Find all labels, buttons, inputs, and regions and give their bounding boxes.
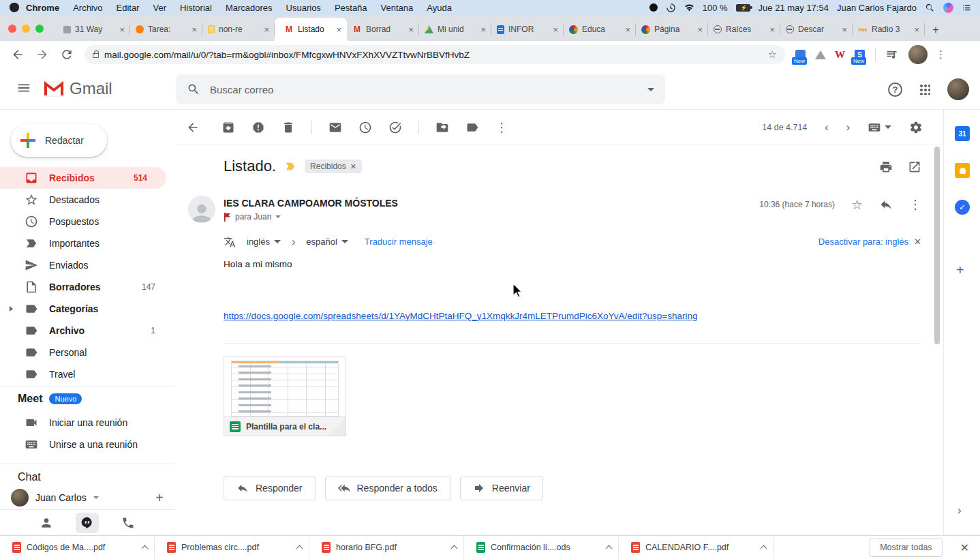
collapse-panel-icon[interactable]: › bbox=[958, 504, 962, 517]
close-downloads-bar-icon[interactable]: ✕ bbox=[960, 541, 969, 554]
back-icon[interactable] bbox=[11, 48, 25, 61]
report-spam-icon[interactable] bbox=[251, 121, 265, 134]
forward-icon[interactable] bbox=[35, 48, 49, 61]
recipient-row[interactable]: para Juan bbox=[224, 212, 281, 222]
close-tab-icon[interactable]: × bbox=[119, 25, 125, 34]
siri-icon[interactable] bbox=[943, 3, 953, 13]
maximize-window-button[interactable] bbox=[35, 25, 44, 33]
scrollbar[interactable] bbox=[934, 147, 940, 344]
close-tab-icon[interactable]: × bbox=[480, 25, 486, 34]
remove-label-icon[interactable]: ✕ bbox=[350, 162, 356, 171]
menu-ver[interactable]: Ver bbox=[146, 3, 173, 13]
snooze-icon[interactable] bbox=[358, 121, 372, 134]
reply-icon[interactable] bbox=[879, 198, 893, 211]
message-more-icon[interactable]: ⋮ bbox=[909, 197, 921, 212]
menu-archivo[interactable]: Archivo bbox=[66, 3, 109, 13]
show-details-icon[interactable] bbox=[275, 215, 281, 218]
menu-chrome[interactable]: Chrome bbox=[19, 3, 66, 13]
download-item[interactable]: CALENDARIO F....pdf bbox=[619, 536, 774, 559]
older-icon[interactable]: › bbox=[846, 121, 850, 134]
download-item[interactable]: horario BFG.pdf bbox=[309, 536, 464, 559]
source-language-select[interactable]: inglés bbox=[243, 234, 285, 250]
back-to-inbox-icon[interactable] bbox=[186, 121, 200, 134]
wifi-icon[interactable] bbox=[684, 3, 694, 13]
phone-tab[interactable] bbox=[117, 513, 140, 533]
translate-message-link[interactable]: Traducir mensaje bbox=[365, 237, 433, 247]
menu-ayuda[interactable]: Ayuda bbox=[420, 3, 459, 13]
sidebar-item-travel[interactable]: Travel bbox=[0, 363, 174, 385]
new-tab-button[interactable]: + bbox=[932, 23, 939, 37]
search-icon[interactable] bbox=[187, 82, 200, 96]
chrome-profile-avatar[interactable] bbox=[908, 45, 928, 64]
search-bar[interactable] bbox=[176, 74, 665, 104]
browser-tab[interactable]: INFOR× bbox=[491, 18, 564, 41]
close-tab-icon[interactable]: × bbox=[842, 25, 847, 34]
browser-tab[interactable]: Raíces× bbox=[708, 18, 780, 41]
screen-record-icon[interactable] bbox=[649, 3, 658, 12]
close-tab-icon[interactable]: × bbox=[769, 25, 775, 34]
delete-icon[interactable] bbox=[281, 121, 295, 134]
download-menu-icon[interactable] bbox=[606, 545, 613, 552]
compose-button[interactable]: Redactar bbox=[11, 124, 107, 157]
main-menu-icon[interactable] bbox=[16, 80, 31, 95]
sidebar-item-personal[interactable]: Personal bbox=[0, 342, 174, 363]
mark-unread-icon[interactable] bbox=[328, 121, 342, 134]
forward-button[interactable]: Reenviar bbox=[460, 476, 543, 500]
chat-user-row[interactable]: Juan Carlos + bbox=[11, 489, 164, 507]
close-tab-icon[interactable]: × bbox=[553, 25, 558, 34]
download-item[interactable]: Problemas circ....pdf bbox=[155, 536, 309, 559]
input-tools-button[interactable] bbox=[868, 121, 891, 134]
minimize-window-button[interactable] bbox=[22, 25, 30, 33]
browser-tab[interactable]: MBorrad× bbox=[347, 18, 419, 41]
close-window-button[interactable] bbox=[8, 25, 16, 33]
star-message-icon[interactable]: ☆ bbox=[851, 198, 863, 211]
browser-tab[interactable]: rtveRadio 3× bbox=[853, 18, 925, 41]
sidebar-item-destacados[interactable]: Destacados bbox=[0, 189, 174, 211]
sidebar-item-importantes[interactable]: Importantes bbox=[0, 232, 174, 254]
add-to-tasks-icon[interactable] bbox=[388, 121, 402, 134]
search-input[interactable] bbox=[210, 84, 638, 95]
disable-translate-link[interactable]: Desactivar para: inglés✕ bbox=[818, 237, 921, 247]
bookmark-star-icon[interactable]: ☆ bbox=[768, 48, 777, 61]
archive-icon[interactable] bbox=[221, 121, 235, 134]
sidebar-item-pospuestos[interactable]: Pospuestos bbox=[0, 211, 174, 232]
notification-center-icon[interactable] bbox=[962, 3, 972, 13]
chrome-menu-icon[interactable]: ⋮ bbox=[936, 48, 946, 61]
menu-pestana[interactable]: Pestaña bbox=[328, 3, 374, 13]
close-tab-icon[interactable]: × bbox=[336, 25, 341, 34]
more-options-icon[interactable]: ⋮ bbox=[495, 120, 508, 135]
help-icon[interactable]: ? bbox=[888, 82, 902, 97]
new-chat-icon[interactable]: + bbox=[155, 490, 164, 506]
sidebar-item-enviados[interactable]: Enviados bbox=[0, 254, 174, 276]
menu-historial[interactable]: Historial bbox=[173, 3, 219, 13]
print-icon[interactable] bbox=[879, 160, 893, 174]
move-to-icon[interactable] bbox=[435, 121, 449, 134]
show-all-downloads-button[interactable]: Mostrar todas bbox=[870, 539, 942, 557]
browser-tab[interactable]: Educa× bbox=[564, 18, 636, 41]
sidebar-item-recibidos[interactable]: Recibidos514 bbox=[0, 167, 166, 189]
account-avatar[interactable] bbox=[947, 78, 969, 100]
menu-editar[interactable]: Editar bbox=[109, 3, 146, 13]
menu-usuarios[interactable]: Usuarios bbox=[279, 3, 328, 13]
menu-ventana[interactable]: Ventana bbox=[374, 3, 420, 13]
start-meeting-item[interactable]: Iniciar una reunión bbox=[0, 412, 174, 434]
browser-tab[interactable]: Tarea: × bbox=[130, 18, 202, 41]
sender-avatar[interactable] bbox=[188, 196, 215, 223]
download-menu-icon[interactable] bbox=[142, 545, 149, 552]
browser-tab[interactable]: non-re× bbox=[202, 18, 275, 41]
close-tab-icon[interactable]: × bbox=[914, 25, 919, 34]
spreadsheet-link[interactable]: https://docs.google.com/spreadsheets/d/1… bbox=[224, 311, 697, 321]
close-tab-icon[interactable]: × bbox=[264, 25, 269, 34]
browser-tab[interactable]: 31 Way× bbox=[58, 18, 130, 41]
attachment-card[interactable]: Plantilla para el cla... bbox=[224, 356, 346, 436]
labels-icon[interactable] bbox=[465, 121, 479, 134]
label-chip-recibidos[interactable]: Recibidos✕ bbox=[305, 160, 362, 173]
sender-name[interactable]: IES CLARA CAMPOAMOR MÓSTOLES bbox=[224, 198, 398, 209]
close-tab-icon[interactable]: × bbox=[625, 25, 630, 34]
get-addons-icon[interactable]: + bbox=[956, 262, 964, 278]
browser-tab[interactable]: Página× bbox=[636, 18, 708, 41]
reload-icon[interactable] bbox=[60, 48, 74, 61]
time-machine-icon[interactable] bbox=[666, 3, 676, 13]
newer-icon[interactable]: ‹ bbox=[825, 121, 828, 134]
download-menu-icon[interactable] bbox=[451, 545, 458, 552]
